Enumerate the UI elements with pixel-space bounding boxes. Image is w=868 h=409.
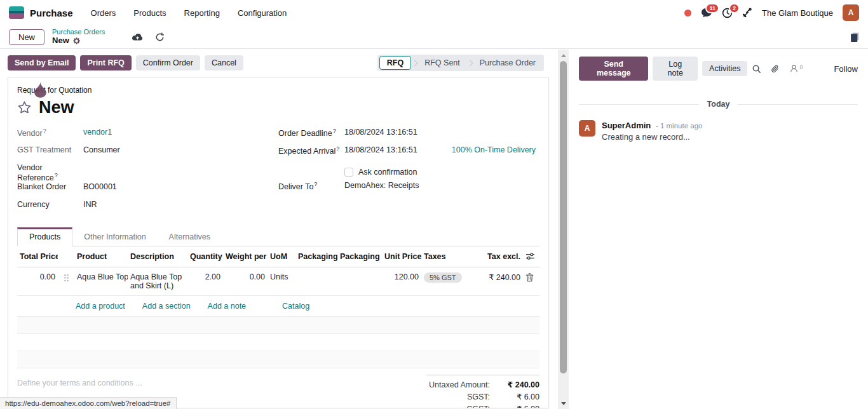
deliver-to-value[interactable]: DemoAhex: Receipts <box>344 181 419 190</box>
messages-button[interactable]: 11 <box>701 8 712 18</box>
drag-handle[interactable] <box>58 267 74 287</box>
send-by-email-button[interactable]: Send by Email <box>8 55 76 70</box>
cell-unit-price[interactable]: 120.00 <box>382 267 421 286</box>
sgst-value: ₹ 6.00 <box>490 392 539 401</box>
tab-other-information[interactable]: Other Information <box>72 227 157 246</box>
favorite-star-icon[interactable] <box>17 100 32 115</box>
message-author[interactable]: SuperAdmin <box>602 121 651 130</box>
add-a-note-link[interactable]: Add a note <box>208 302 246 311</box>
add-a-product-link[interactable]: Add a product <box>76 302 125 311</box>
delete-line-button[interactable] <box>523 267 539 289</box>
field-label: Expected Arrival? <box>278 145 344 156</box>
activities-button[interactable]: Activities <box>702 61 747 76</box>
chatter-panel: Send message Log note Activities 0 Follo… <box>569 50 868 409</box>
tab-products[interactable]: Products <box>17 227 72 246</box>
new-button[interactable]: New <box>9 29 44 45</box>
col-product[interactable]: Product <box>74 246 128 265</box>
vertical-scrollbar[interactable] <box>558 50 569 409</box>
stage-rfq-sent[interactable]: RFQ Sent <box>418 57 466 69</box>
col-packaging[interactable]: Packaging <box>337 246 382 265</box>
form-sheet: Request for Quotation New Vendor? vendor… <box>8 77 549 408</box>
app-name[interactable]: Purchase <box>30 8 73 18</box>
breadcrumb-parent[interactable]: Purchase Orders <box>52 28 105 36</box>
col-unit-price[interactable]: Unit Price <box>382 246 421 265</box>
menu-configuration[interactable]: Configuration <box>238 8 287 18</box>
untaxed-label: Untaxed Amount: <box>429 380 490 389</box>
print-rfq-button[interactable]: Print RFQ <box>80 55 131 70</box>
stage-rfq[interactable]: RFQ <box>379 56 411 70</box>
cell-packaging-qty[interactable] <box>295 267 337 278</box>
user-avatar[interactable]: A <box>843 4 859 21</box>
order-line-row[interactable]: 0.00 Aqua Blue Top ar Aqua Blue Top and … <box>17 267 539 296</box>
gear-icon[interactable] <box>72 37 81 45</box>
col-taxes[interactable]: Taxes <box>421 246 470 265</box>
field-label: Order Deadline? <box>278 128 344 138</box>
stage-purchase-order[interactable]: Purchase Order <box>473 57 542 69</box>
cell-taxes[interactable]: 5% GST <box>421 267 470 288</box>
col-uom[interactable]: UoM <box>268 246 295 265</box>
menu-orders[interactable]: Orders <box>91 8 116 18</box>
help-marker: ? <box>336 145 339 152</box>
follow-button[interactable]: Follow <box>834 64 858 74</box>
tab-alternatives[interactable]: Alternatives <box>158 227 222 246</box>
currency-value[interactable]: INR <box>83 200 97 209</box>
ask-confirmation-checkbox[interactable] <box>344 168 353 177</box>
confirm-order-button[interactable]: Confirm Order <box>136 55 200 70</box>
triangle-down-icon <box>561 402 566 405</box>
optional-columns-button[interactable] <box>523 246 539 267</box>
col-description[interactable]: Description <box>128 246 187 265</box>
scroll-down-button[interactable] <box>558 399 569 408</box>
cell-packaging[interactable] <box>337 267 382 278</box>
followers-button[interactable]: 0 <box>789 64 803 73</box>
search-icon <box>752 64 761 74</box>
menu-products[interactable]: Products <box>133 8 166 18</box>
search-messages-button[interactable] <box>752 64 761 74</box>
cell-uom[interactable]: Units <box>268 267 295 286</box>
cell-product-link[interactable]: Aqua Blue Top ar <box>74 267 128 286</box>
col-weight[interactable]: Weight per ... <box>223 246 268 265</box>
add-a-section-link[interactable]: Add a section <box>142 302 191 311</box>
chatter-icons: 0 Follow <box>752 64 858 74</box>
on-time-delivery-link[interactable]: 100% On-Time Delivery <box>452 145 536 154</box>
tax-badge[interactable]: 5% GST <box>424 272 462 283</box>
action-bar: Send by Email Print RFQ Confirm Order Ca… <box>0 50 558 75</box>
col-packaging-qty[interactable]: Packaging ... <box>295 246 337 265</box>
cloud-save-icon[interactable] <box>132 32 144 42</box>
attachments-button[interactable] <box>771 64 780 74</box>
help-marker: ? <box>43 128 46 134</box>
cell-weight[interactable]: 0.00 <box>223 267 268 286</box>
company-name[interactable]: The Glam Boutique <box>762 8 833 18</box>
cgst-value: ₹ 6.00 <box>490 404 539 408</box>
scroll-up-button[interactable] <box>558 51 569 60</box>
expected-arrival-value[interactable]: 18/08/2024 13:16:51 <box>344 145 417 154</box>
cell-total-price[interactable]: 0.00 <box>17 267 58 286</box>
order-deadline-value[interactable]: 18/08/2024 13:16:51 <box>344 128 417 137</box>
ask-confirmation-label: Ask confirmation <box>358 168 417 177</box>
book-icon[interactable] <box>850 32 859 42</box>
messages-count-badge: 11 <box>705 3 719 13</box>
vendor-value[interactable]: vendor1 <box>83 128 112 137</box>
blanket-order-value[interactable]: BO00001 <box>83 182 117 191</box>
discard-refresh-icon[interactable] <box>155 32 165 42</box>
cancel-button[interactable]: Cancel <box>205 55 243 70</box>
gst-treatment-value[interactable]: Consumer <box>83 145 120 154</box>
record-title[interactable]: New <box>39 98 74 117</box>
cell-description[interactable]: Aqua Blue Top and Skirt (L) <box>128 267 187 295</box>
catalog-link[interactable]: Catalog <box>282 302 309 311</box>
log-note-button[interactable]: Log note <box>653 57 698 81</box>
activities-button[interactable]: 2 <box>722 8 733 18</box>
scrollbar-thumb[interactable] <box>560 61 567 373</box>
purchase-app-icon[interactable] <box>9 6 24 19</box>
col-total-price[interactable]: Total Price <box>17 246 58 265</box>
message-avatar[interactable]: A <box>579 120 595 137</box>
cell-quantity[interactable]: 2.00 <box>187 267 223 286</box>
field-label: Currency <box>17 200 83 209</box>
send-message-button[interactable]: Send message <box>579 57 648 81</box>
chevron-right-icon <box>466 60 473 66</box>
navbar-right: 11 2 The Glam Boutique A <box>684 4 859 21</box>
empty-table-row <box>17 317 539 334</box>
menu-reporting[interactable]: Reporting <box>184 8 220 18</box>
tools-icon[interactable] <box>742 8 752 18</box>
col-quantity[interactable]: Quantity <box>187 246 223 265</box>
col-tax-excl[interactable]: Tax excl. <box>470 246 523 265</box>
